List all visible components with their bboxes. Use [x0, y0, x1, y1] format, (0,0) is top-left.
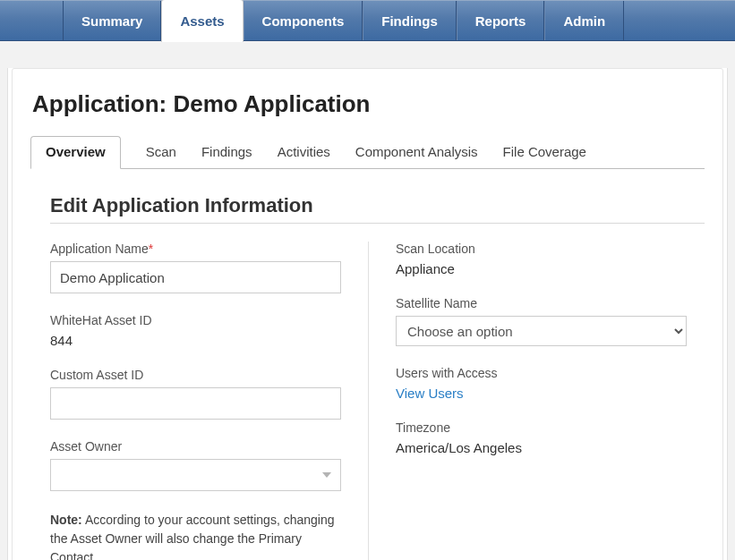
field-timezone: Timezone America/Los Angeles — [396, 420, 687, 455]
nav-findings[interactable]: Findings — [363, 1, 457, 40]
field-satellite-name: Satellite Name Choose an option — [396, 296, 687, 346]
asset-owner-note: Note: According to your account settings… — [50, 511, 341, 560]
field-asset-owner: Asset Owner — [50, 439, 341, 491]
main-panel: Application: Demo Application Overview S… — [12, 68, 723, 560]
users-label: Users with Access — [396, 366, 687, 380]
field-application-name: Application Name* — [50, 242, 341, 293]
nav-reports[interactable]: Reports — [457, 1, 545, 40]
satellite-select[interactable]: Choose an option — [396, 316, 687, 346]
nav-summary[interactable]: Summary — [63, 1, 161, 40]
required-marker: * — [149, 242, 153, 256]
field-users-with-access: Users with Access View Users — [396, 366, 687, 401]
column-left: Application Name* WhiteHat Asset ID 844 … — [50, 242, 369, 560]
timezone-label: Timezone — [396, 420, 687, 435]
page-title: Application: Demo Application — [32, 90, 705, 118]
asset-id-value: 844 — [50, 333, 341, 348]
note-body: According to your account settings, chan… — [50, 513, 335, 560]
scan-location-value: Appliance — [396, 261, 687, 276]
nav-assets[interactable]: Assets — [161, 0, 243, 42]
tab-findings[interactable]: Findings — [201, 137, 252, 168]
top-nav: Summary Assets Components Findings Repor… — [0, 0, 735, 41]
satellite-label: Satellite Name — [396, 296, 687, 310]
subtabs: Overview Scan Findings Activities Compon… — [30, 136, 705, 169]
field-custom-asset-id: Custom Asset ID — [50, 368, 341, 420]
tab-file-coverage[interactable]: File Coverage — [503, 137, 586, 168]
field-whitehat-asset-id: WhiteHat Asset ID 844 — [50, 313, 341, 348]
scan-location-label: Scan Location — [396, 242, 687, 256]
tab-scan[interactable]: Scan — [146, 137, 176, 168]
custom-asset-id-label: Custom Asset ID — [50, 368, 341, 382]
column-right: Scan Location Appliance Satellite Name C… — [369, 242, 705, 560]
caret-down-icon — [322, 472, 331, 478]
asset-owner-select[interactable] — [50, 459, 341, 491]
field-scan-location: Scan Location Appliance — [396, 242, 687, 276]
app-name-label-text: Application Name — [50, 242, 149, 256]
timezone-value: America/Los Angeles — [396, 440, 687, 455]
tab-component-analysis[interactable]: Component Analysis — [355, 137, 478, 168]
page-shell: Application: Demo Application Overview S… — [7, 68, 728, 560]
asset-id-label: WhiteHat Asset ID — [50, 313, 341, 327]
asset-owner-label: Asset Owner — [50, 439, 341, 454]
view-users-link[interactable]: View Users — [396, 386, 464, 401]
form-columns: Application Name* WhiteHat Asset ID 844 … — [50, 242, 705, 560]
nav-admin[interactable]: Admin — [544, 1, 624, 40]
custom-asset-id-input[interactable] — [50, 387, 341, 420]
app-name-input[interactable] — [50, 261, 341, 293]
nav-components[interactable]: Components — [244, 1, 363, 40]
tab-activities[interactable]: Activities — [278, 137, 330, 168]
section-divider — [50, 223, 705, 224]
note-prefix: Note: — [50, 513, 82, 527]
app-name-label: Application Name* — [50, 242, 341, 256]
tab-overview[interactable]: Overview — [30, 136, 121, 169]
section-title: Edit Application Information — [50, 194, 705, 217]
